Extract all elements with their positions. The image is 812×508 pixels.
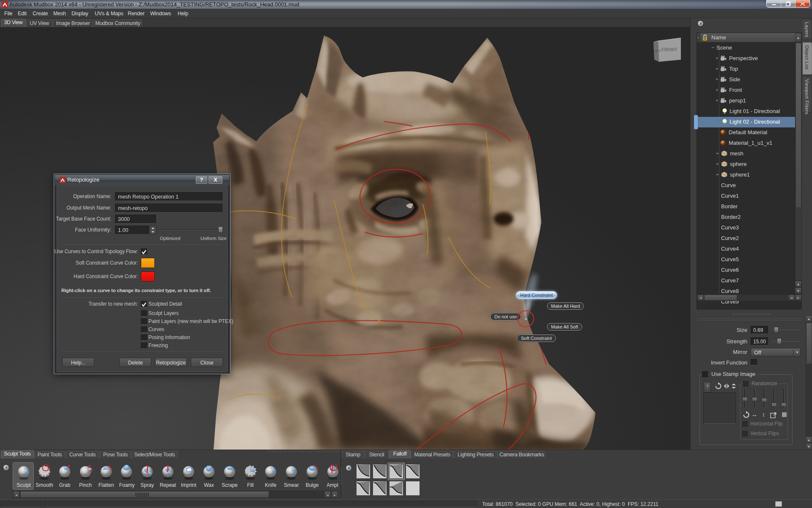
svg-text:FRONT: FRONT xyxy=(661,47,678,52)
svg-text:LEFT: LEFT xyxy=(654,50,661,52)
